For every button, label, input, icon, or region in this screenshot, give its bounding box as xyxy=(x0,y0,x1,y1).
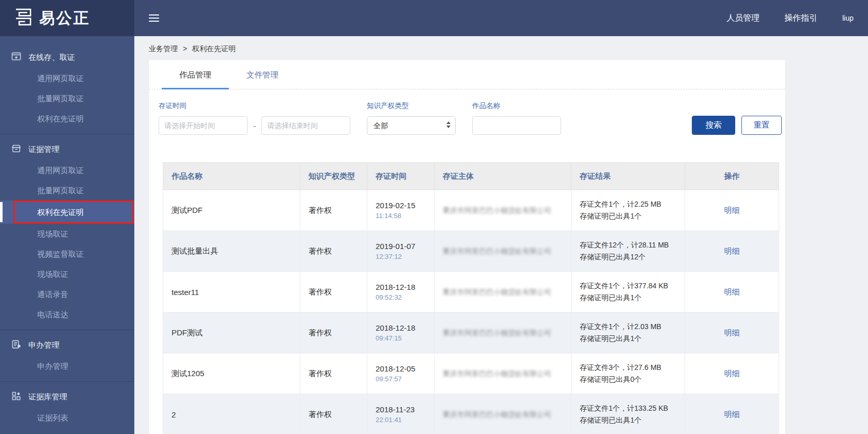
breadcrumb-current-page: 权利在先证明 xyxy=(192,44,236,53)
detail-link[interactable]: 明细 xyxy=(724,369,740,378)
topbar: 人员管理 操作指引 liup xyxy=(134,0,868,36)
menu-section-evidence-library: 证据库管理 证据列表 xyxy=(0,381,134,428)
work-name-cell: 测试PDF xyxy=(163,190,300,231)
sidebar-item-video-monitor-evidence[interactable]: 视频监督取证 xyxy=(0,244,134,264)
work-name-cell: tester11 xyxy=(163,272,300,313)
blurred-company-name: 重庆市阿里巴巴小额贷款有限公司 xyxy=(443,329,551,337)
active-indicator-bar xyxy=(0,202,3,222)
table-row: 2 著作权 2018-11-23 22:01:41 重庆市阿里巴巴小额贷款有限公… xyxy=(163,394,779,434)
store-result-cell: 存证文件1个，计2.03 MB 存储证明已出具1个 xyxy=(571,313,685,353)
blurred-company-name: 重庆市阿里巴巴小额贷款有限公司 xyxy=(443,247,551,255)
sidebar-item-general-web-evidence[interactable]: 通用网页取证 xyxy=(0,68,134,88)
work-name-cell: 2 xyxy=(163,394,300,434)
detail-link[interactable]: 明细 xyxy=(724,328,740,337)
work-name-cell: 测试批量出具 xyxy=(163,231,300,272)
results-table-wrap: 作品名称 知识产权类型 存证时间 存证主体 存证结果 操作 测试PDF 著作权 … xyxy=(163,162,779,434)
store-subject-cell: 重庆市阿里巴巴小额贷款有限公司 xyxy=(435,272,571,313)
sidebar-item-application-mgmt[interactable]: 申办管理 xyxy=(0,334,134,356)
table-row: tester11 著作权 2018-12-18 09:52:32 重庆市阿里巴巴… xyxy=(163,272,779,313)
col-work-name: 作品名称 xyxy=(163,163,300,190)
store-time-cell: 2019-02-15 11:14:58 xyxy=(367,190,435,231)
grid-icon xyxy=(11,391,21,402)
section-label: 申办管理 xyxy=(28,340,59,350)
select-spinner-icon xyxy=(446,121,451,128)
detail-link[interactable]: 明细 xyxy=(724,287,740,296)
store-subject-cell: 重庆市阿里巴巴小额贷款有限公司 xyxy=(435,231,571,272)
active-item-label: 权利在先证明 xyxy=(37,208,84,216)
ip-type-select[interactable]: 全部 xyxy=(367,116,456,135)
sidebar-item-phone-delivery[interactable]: 电话送达 xyxy=(0,304,134,324)
sidebar-item-prior-right-cert-active[interactable]: 权利在先证明 xyxy=(0,200,134,224)
store-result-cell: 存证文件12个，计28.11 MB 存储证明已出具12个 xyxy=(571,231,685,272)
store-time-cell: 2018-12-18 09:47:15 xyxy=(367,313,435,353)
breadcrumb: 业务管理 > 权利在先证明 xyxy=(149,44,868,54)
menu-section-online-evidence: 在线存、取证 通用网页取证 批量网页取证 权利在先证明 xyxy=(0,47,134,129)
breadcrumb-separator: > xyxy=(183,44,187,53)
sidebar-item-onsite-evidence[interactable]: 现场取证 xyxy=(0,224,134,244)
topbar-right: 人员管理 操作指引 liup xyxy=(726,13,868,24)
sidebar-item-evidence-list[interactable]: 证据列表 xyxy=(0,408,134,428)
results-table: 作品名称 知识产权类型 存证时间 存证主体 存证结果 操作 测试PDF 著作权 … xyxy=(163,162,779,434)
topbar-link-personnel-mgmt[interactable]: 人员管理 xyxy=(726,13,760,24)
col-ip-type: 知识产权类型 xyxy=(300,163,367,190)
sidebar-item-general-web-evidence-2[interactable]: 通用网页取证 xyxy=(0,160,134,180)
document-icon xyxy=(11,339,21,351)
col-store-result: 存证结果 xyxy=(571,163,685,190)
ip-type-cell: 著作权 xyxy=(300,353,367,394)
blurred-company-name: 重庆市阿里巴巴小额贷款有限公司 xyxy=(443,369,551,378)
filter-buttons: 搜索 重置 xyxy=(692,116,782,135)
store-time-cell: 2019-01-07 12:37:12 xyxy=(367,231,435,272)
filter-row: 存证时间 - 知识产权类型 全部 作品名称 搜索 xyxy=(149,89,785,148)
tab-file-management[interactable]: 文件管理 xyxy=(229,60,296,89)
detail-link[interactable]: 明细 xyxy=(724,246,740,255)
section-label: 证据库管理 xyxy=(28,392,67,402)
sidebar-item-batch-web-evidence-2[interactable]: 批量网页取证 xyxy=(0,180,134,200)
store-subject-cell: 重庆市阿里巴巴小额贷款有限公司 xyxy=(435,353,571,394)
sidebar-item-prior-right-cert[interactable]: 权利在先证明 xyxy=(0,109,134,129)
ip-type-cell: 著作权 xyxy=(300,394,367,434)
sidebar-item-batch-web-evidence[interactable]: 批量网页取证 xyxy=(0,88,134,109)
store-subject-cell: 重庆市阿里巴巴小额贷款有限公司 xyxy=(435,394,571,434)
blurred-company-name: 重庆市阿里巴巴小额贷款有限公司 xyxy=(443,288,551,296)
blurred-company-name: 重庆市阿里巴巴小额贷款有限公司 xyxy=(443,206,551,214)
sidebar-item-onsite-evidence-2[interactable]: 现场取证 xyxy=(0,264,134,284)
breadcrumb-business-mgmt[interactable]: 业务管理 xyxy=(149,44,178,53)
store-subject-cell: 重庆市阿里巴巴小额贷款有限公司 xyxy=(435,190,571,231)
logo-title: 易公正 xyxy=(39,8,90,29)
detail-link[interactable]: 明细 xyxy=(724,410,740,419)
reset-button[interactable]: 重置 xyxy=(741,116,782,135)
store-subject-cell: 重庆市阿里巴巴小额贷款有限公司 xyxy=(435,313,571,353)
work-name-input[interactable] xyxy=(472,116,561,135)
filter-label-time: 存证时间 xyxy=(159,101,350,111)
detail-link[interactable]: 明细 xyxy=(724,206,740,214)
sidebar-item-call-recording[interactable]: 通话录音 xyxy=(0,284,134,304)
section-label: 在线存、取证 xyxy=(28,53,75,63)
sidebar-item-evidence-library[interactable]: 证据库管理 xyxy=(0,386,134,408)
store-time-cell: 2018-12-18 09:52:32 xyxy=(367,272,435,313)
ip-type-selected-value: 全部 xyxy=(374,121,388,130)
start-date-input[interactable] xyxy=(159,116,247,135)
table-header-row: 作品名称 知识产权类型 存证时间 存证主体 存证结果 操作 xyxy=(163,163,779,190)
store-time-cell: 2018-11-23 22:01:41 xyxy=(367,394,435,434)
col-store-time: 存证时间 xyxy=(367,163,435,190)
ip-type-cell: 著作权 xyxy=(300,272,367,313)
search-button[interactable]: 搜索 xyxy=(692,116,735,135)
ip-type-cell: 著作权 xyxy=(300,190,367,231)
sidebar-item-evidence-mgmt[interactable]: 证据管理 xyxy=(0,138,134,160)
table-row: 测试1205 著作权 2018-12-05 09:57:57 重庆市阿里巴巴小额… xyxy=(163,353,779,394)
menu-section-application-mgmt: 申办管理 申办管理 xyxy=(0,330,134,376)
sidebar: 易公正 在线存、取证 通用网页取证 批量网页取证 权利在先证明 xyxy=(0,0,134,434)
end-date-input[interactable] xyxy=(261,116,350,135)
tab-work-management[interactable]: 作品管理 xyxy=(162,60,229,89)
ip-type-cell: 著作权 xyxy=(300,313,367,353)
window-star-icon xyxy=(11,52,21,63)
hamburger-menu-icon[interactable] xyxy=(149,12,159,24)
filter-label-ip-type: 知识产权类型 xyxy=(367,101,456,111)
sidebar-item-application-mgmt-sub[interactable]: 申办管理 xyxy=(0,356,134,376)
sidebar-item-online-evidence[interactable]: 在线存、取证 xyxy=(0,47,134,68)
date-range-separator: - xyxy=(253,121,256,130)
user-menu[interactable]: liup xyxy=(842,14,854,22)
logo: 易公正 xyxy=(0,0,134,36)
logo-maze-icon xyxy=(12,6,34,30)
topbar-link-operation-guide[interactable]: 操作指引 xyxy=(784,13,817,24)
